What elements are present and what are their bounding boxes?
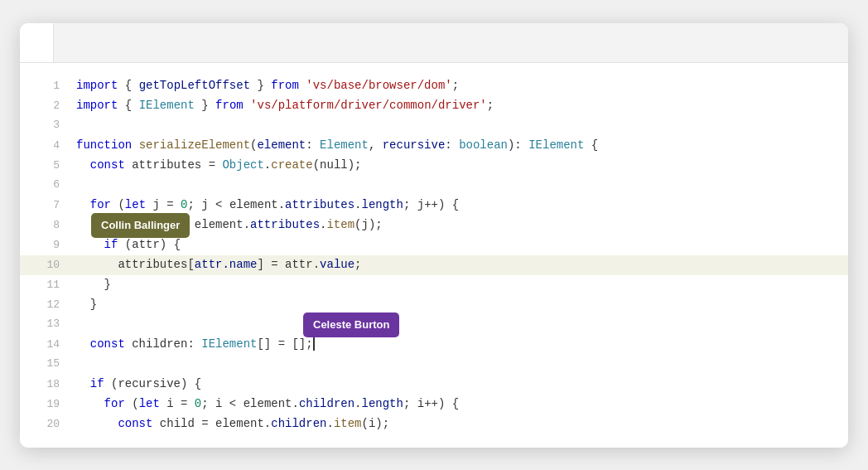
line-content: if (attr) { — [76, 235, 835, 255]
token: ; i++) { — [403, 397, 459, 410]
code-line: 3 — [20, 116, 848, 136]
token: ; — [487, 99, 494, 112]
line-content: } — [76, 275, 835, 295]
token: attributes — [250, 218, 320, 231]
token: children — [299, 397, 354, 410]
code-area: 1import { getTopLeftOffset } from 'vs/ba… — [20, 63, 848, 448]
token: { — [118, 79, 138, 92]
line-content: for (let j = 0; j < element.attributes.l… — [76, 196, 835, 216]
code-line: 2import { IElement } from 'vs/platform/d… — [20, 96, 848, 116]
token: Object — [222, 158, 263, 172]
token: from — [271, 79, 299, 92]
token: ; j++) { — [403, 198, 459, 211]
line-content: const child = element.children.item(i); — [76, 414, 835, 434]
token — [132, 138, 138, 152]
line-number: 1 — [33, 77, 60, 95]
code-line: 15 — [20, 355, 848, 375]
line-number: 6 — [33, 176, 60, 194]
code-line: 19 for (let i = 0; i < element.children.… — [20, 395, 848, 414]
token: { — [118, 99, 138, 112]
code-line: 6 — [20, 176, 848, 196]
code-line: 13Celeste Burton — [20, 315, 848, 335]
line-number: 12 — [33, 296, 60, 314]
token: let — [139, 397, 160, 410]
token: length — [362, 397, 403, 410]
token: from — [215, 99, 244, 112]
line-number: 8 — [33, 216, 60, 235]
token: (attr) { — [118, 238, 181, 251]
tab-bar — [20, 23, 848, 63]
token: IElement — [139, 99, 195, 112]
line-content: import { getTopLeftOffset } from 'vs/bas… — [76, 76, 835, 96]
active-tab[interactable] — [20, 23, 54, 62]
token: let — [125, 198, 146, 211]
line-content: const attr = element.attributes.item(j); — [76, 216, 835, 235]
token: if — [76, 377, 104, 390]
line-content: import { IElement } from 'vs/platform/dr… — [76, 96, 835, 116]
token: recursive — [383, 138, 446, 152]
token: item — [334, 417, 362, 430]
line-content: attributes[attr.name] = attr.value; — [76, 255, 835, 275]
new-tab-button[interactable] — [54, 23, 80, 62]
collin-tooltip: Collin Ballinger — [91, 212, 190, 237]
token: for — [76, 198, 111, 211]
token: value — [320, 258, 354, 271]
token: children: — [125, 337, 201, 351]
line-content: function serializeElement(element: Eleme… — [76, 136, 835, 156]
token: i = — [160, 397, 195, 410]
token: { — [584, 138, 598, 152]
token: attributes = — [125, 158, 223, 172]
token: (recursive) { — [104, 377, 202, 390]
token: ; i < element. — [201, 397, 299, 410]
token: children — [271, 417, 326, 430]
token: IElement — [201, 337, 257, 351]
token: , — [369, 138, 383, 152]
line-number: 9 — [33, 236, 60, 254]
line-content: if (recursive) { — [76, 375, 835, 395]
token: ( — [111, 198, 125, 211]
line-content: for (let i = 0; i < element.children.len… — [76, 395, 835, 414]
token: 'vs/base/browser/dom' — [306, 79, 451, 92]
code-line: 8Collin Ballinger const attr = element.a… — [20, 216, 848, 235]
token: function — [76, 138, 132, 152]
token: ] = attr. — [257, 258, 320, 271]
token: item — [326, 218, 354, 231]
token: . — [264, 158, 271, 172]
code-line: 10 attributes[attr.name] = attr.value; — [20, 255, 848, 275]
token: ; j < element. — [187, 198, 285, 211]
token: import — [76, 99, 118, 112]
token: if — [76, 238, 118, 251]
token: 0 — [195, 397, 201, 410]
token: length — [362, 198, 403, 211]
celeste-tooltip: Celeste Burton — [303, 312, 399, 337]
code-line: 12 } — [20, 295, 848, 315]
token: getTopLeftOffset — [139, 79, 250, 92]
line-number: 7 — [33, 196, 60, 215]
line-number: 10 — [33, 256, 60, 274]
code-line: 4function serializeElement(element: Elem… — [20, 136, 848, 156]
token: ): — [508, 138, 528, 152]
token: serializeElement — [139, 138, 250, 152]
code-line: 11 } — [20, 275, 848, 295]
token: j = — [146, 198, 181, 211]
token: const — [76, 158, 125, 172]
line-number: 2 — [33, 97, 60, 115]
token: ( — [125, 397, 139, 410]
token: . — [326, 417, 333, 430]
token: (i); — [361, 417, 389, 430]
line-number: 15 — [33, 355, 60, 373]
token: 'vs/platform/driver/common/driver' — [250, 99, 487, 112]
token: boolean — [459, 138, 508, 152]
line-number: 11 — [33, 276, 60, 294]
token: } — [195, 99, 215, 112]
line-number: 14 — [33, 336, 60, 354]
token: for — [76, 397, 125, 410]
token: . — [354, 198, 361, 211]
code-line: 1import { getTopLeftOffset } from 'vs/ba… — [20, 76, 848, 96]
line-number: 3 — [33, 116, 60, 134]
token: Element — [320, 138, 369, 152]
code-line: 18 if (recursive) { — [20, 375, 848, 395]
text-cursor — [313, 337, 315, 351]
token — [244, 99, 250, 112]
line-content: const attributes = Object.create(null); — [76, 156, 835, 176]
